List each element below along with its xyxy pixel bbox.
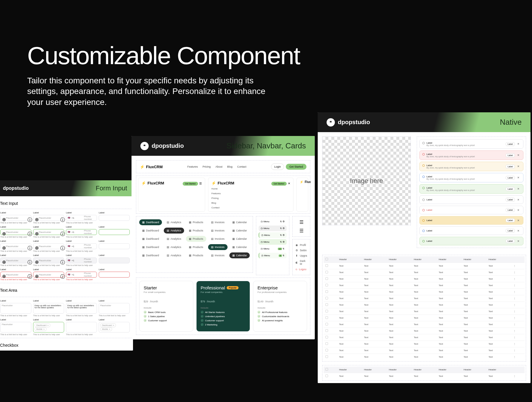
table-row[interactable]: TextTextTextTextTextTextText⋮ bbox=[324, 276, 525, 282]
menu-icon[interactable]: ☰ bbox=[299, 219, 304, 225]
pricing-professional[interactable]: ProfessionalPopular For small companies.… bbox=[196, 281, 250, 332]
tag[interactable]: Dashboard × bbox=[35, 323, 50, 327]
tab[interactable]: ▦ Products bbox=[186, 244, 206, 250]
get-started-button[interactable]: Get Started bbox=[271, 182, 287, 186]
menu-item[interactable]: ◉Profil bbox=[296, 242, 307, 248]
text-input[interactable]: ⊕Placeholderⓘ bbox=[33, 215, 64, 221]
close-icon[interactable]: ✕ bbox=[516, 209, 520, 212]
checkbox[interactable] bbox=[325, 310, 328, 312]
close-icon[interactable]: ✕ bbox=[516, 142, 520, 145]
phone-input[interactable]: 🇬🇧+1Phone number bbox=[66, 229, 97, 235]
table-row[interactable]: TextTextTextTextTextTextText⋮ bbox=[324, 269, 525, 276]
nav-link[interactable]: Pricing bbox=[211, 197, 290, 200]
checkbox[interactable] bbox=[325, 271, 328, 273]
tab[interactable]: ▤ Invoices bbox=[208, 236, 228, 242]
tab[interactable]: ▤ Analytics bbox=[164, 219, 184, 225]
tab[interactable]: ▤ Invoices bbox=[208, 228, 228, 234]
text-input[interactable]: ⊕Placeholderⓘ bbox=[0, 215, 31, 221]
login-button[interactable]: Login bbox=[271, 163, 284, 170]
table-row[interactable]: TextTextTextTextTextTextText⋮ bbox=[324, 295, 525, 302]
text-input-error[interactable]: ⊕Placeholderⓘ bbox=[0, 272, 31, 278]
checkbox[interactable] bbox=[325, 303, 328, 306]
tab[interactable]: ▦ Dashboard bbox=[139, 236, 162, 242]
table-row[interactable]: TextTextTextTextTextTextText⋮ bbox=[324, 328, 525, 334]
tab[interactable]: ▤ Analytics bbox=[164, 236, 184, 242]
tab[interactable]: ▤ Analytics bbox=[164, 244, 184, 250]
get-started-button[interactable]: Get Started bbox=[286, 164, 306, 170]
nav-link[interactable]: Blog bbox=[227, 165, 232, 168]
close-icon[interactable]: ✕ bbox=[516, 154, 520, 157]
menu-item-logout[interactable]: ⎋Logou bbox=[296, 267, 307, 272]
close-icon[interactable]: ✕ bbox=[288, 182, 290, 185]
nav-brand[interactable]: ⚡FluxCRM bbox=[211, 181, 234, 185]
nav-link[interactable]: Features bbox=[187, 165, 198, 168]
checkbox[interactable] bbox=[325, 329, 328, 332]
alert-tag[interactable]: Label bbox=[506, 218, 515, 222]
tab[interactable]: ▦ Calendar bbox=[229, 252, 250, 258]
table-row[interactable]: TextTextTextTextTextTextText⋮ bbox=[324, 289, 525, 295]
text-input[interactable]: ⊕Placeholderⓘ bbox=[33, 243, 64, 249]
table-row[interactable]: TextTextTextTextTextTextText⋮ bbox=[324, 321, 525, 328]
nav-link[interactable]: Features bbox=[211, 192, 290, 195]
alert-tag[interactable]: Label bbox=[506, 165, 515, 168]
alert-tag[interactable]: Label bbox=[506, 142, 515, 146]
tab[interactable]: ▦ Calendar bbox=[229, 228, 250, 234]
textarea[interactable]: Keep up with our newsletters for the lat… bbox=[66, 303, 97, 314]
tag[interactable]: Mobile × bbox=[35, 327, 46, 331]
alert-tag[interactable]: Label bbox=[506, 208, 515, 212]
table-row[interactable]: TextTextTextTextTextTextText⋮ bbox=[324, 373, 525, 380]
close-icon[interactable]: ✕ bbox=[516, 187, 520, 190]
menu-item[interactable]: ⬆Upgra bbox=[296, 253, 307, 258]
tab[interactable]: ▦ Products bbox=[186, 228, 206, 234]
menu-item[interactable]: ◷ Menu↯ ⚙ bbox=[259, 239, 287, 245]
checkbox[interactable] bbox=[325, 323, 328, 325]
phone-input[interactable]: 🇬🇧+1Phone number bbox=[66, 215, 97, 221]
alert-tag[interactable]: Label bbox=[506, 187, 515, 191]
text-input[interactable] bbox=[99, 243, 130, 249]
nav-link[interactable]: Contact bbox=[211, 206, 290, 209]
checkbox[interactable] bbox=[325, 375, 328, 377]
checkbox[interactable] bbox=[325, 290, 328, 293]
table-row[interactable]: TextTextTextTextTextTextText⋮ bbox=[324, 308, 525, 315]
tab[interactable]: ▦ Dashboard bbox=[139, 244, 162, 250]
tab[interactable]: ▦ Products bbox=[186, 219, 206, 225]
menu-icon[interactable]: ☰ bbox=[199, 182, 202, 185]
table-row[interactable]: TextTextTextTextTextTextText⋮ bbox=[324, 282, 525, 289]
menu-icon[interactable]: ☰ bbox=[299, 228, 304, 234]
checkbox[interactable] bbox=[325, 355, 328, 358]
menu-item[interactable]: ◷ Menu12 ↯ bbox=[259, 246, 287, 252]
checkbox[interactable] bbox=[325, 297, 328, 299]
text-input-error[interactable]: ⊕Placeholderⓘ bbox=[33, 272, 64, 278]
menu-item[interactable]: ◷ Menu↯ ⚙ bbox=[259, 219, 287, 224]
nav-brand[interactable]: ⚡FluxCRM bbox=[140, 165, 163, 169]
text-input[interactable]: ⊕Placeholderⓘ bbox=[0, 243, 31, 249]
menu-item[interactable]: ◷ Menu↯ ⚙ bbox=[259, 226, 287, 231]
tab[interactable]: ▦ Calendar bbox=[229, 219, 250, 225]
tab[interactable]: ▦ Dashboard bbox=[139, 252, 162, 258]
textarea[interactable]: Placeholder bbox=[0, 303, 31, 314]
close-icon[interactable]: ✕ bbox=[516, 229, 520, 232]
text-input[interactable] bbox=[99, 215, 130, 221]
alert-tag[interactable]: Label bbox=[506, 153, 515, 157]
tab[interactable]: ▤ Analytics bbox=[164, 252, 184, 258]
textarea[interactable]: Placeholder bbox=[0, 322, 31, 333]
textarea[interactable]: Placeholder bbox=[99, 303, 130, 314]
textarea[interactable] bbox=[66, 322, 97, 333]
table-row[interactable]: TextTextTextTextTextTextText⋮ bbox=[324, 315, 525, 321]
table-row[interactable]: TextTextTextTextTextTextText⋮ bbox=[324, 263, 525, 269]
checkbox[interactable] bbox=[325, 336, 328, 338]
nav-link[interactable]: About bbox=[215, 165, 223, 168]
textarea[interactable]: Dashboard ×Mobile × bbox=[33, 322, 64, 333]
text-input[interactable]: ⊕Placeholderⓘ bbox=[0, 229, 31, 235]
table-row[interactable]: TextTextTextTextTextTextText⋮ bbox=[324, 354, 525, 360]
close-icon[interactable]: ✕ bbox=[516, 219, 520, 222]
close-icon[interactable]: ✕ bbox=[516, 176, 520, 179]
alert-tag[interactable]: Label bbox=[506, 198, 515, 202]
tab[interactable]: ▦ Calendar bbox=[229, 236, 250, 242]
alert-tag[interactable]: Label bbox=[506, 176, 515, 180]
table-row[interactable]: TextTextTextTextTextTextText⋮ bbox=[324, 302, 525, 308]
text-input-error[interactable] bbox=[99, 272, 130, 278]
tab[interactable]: ▤ Invoices bbox=[208, 244, 228, 250]
phone-input[interactable]: 🇬🇧+1Phone number bbox=[66, 243, 97, 249]
textarea[interactable]: Dashboard ×Mobile × bbox=[99, 322, 130, 333]
